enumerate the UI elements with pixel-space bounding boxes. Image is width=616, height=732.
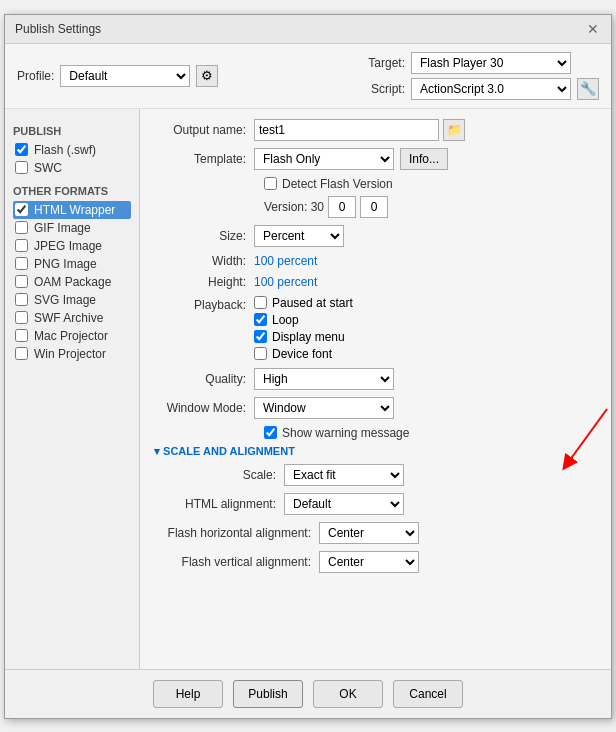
sidebar-item-flash-swf[interactable]: Flash (.swf) <box>13 141 131 159</box>
folder-button[interactable]: 📁 <box>443 119 465 141</box>
playback-row: Playback: Paused at start Loop Display m… <box>154 296 597 361</box>
window-mode-row: Window Mode: Window Transparent Windowle… <box>154 397 597 419</box>
scale-alignment-section[interactable]: SCALE AND ALIGNMENT <box>154 445 597 458</box>
detect-flash-checkbox[interactable] <box>264 177 277 190</box>
swc-label: SWC <box>34 161 62 175</box>
window-mode-label: Window Mode: <box>154 401 254 415</box>
profile-select[interactable]: Default <box>60 65 190 87</box>
title-bar: Publish Settings ✕ <box>5 15 611 44</box>
target-select[interactable]: Flash Player 30 <box>411 52 571 74</box>
html-wrapper-label: HTML Wrapper <box>34 203 115 217</box>
flash-vertical-label: Flash vertical alignment: <box>154 555 319 569</box>
size-select[interactable]: Percent Pixels Match movie <box>254 225 344 247</box>
swf-archive-label: SWF Archive <box>34 311 103 325</box>
svg-label: SVG Image <box>34 293 96 307</box>
wrench-button[interactable]: 🔧 <box>577 78 599 100</box>
flash-vertical-select[interactable]: Center Top Bottom <box>319 551 419 573</box>
size-row: Size: Percent Pixels Match movie <box>154 225 597 247</box>
mac-projector-checkbox[interactable] <box>15 329 28 342</box>
sidebar-item-html-wrapper[interactable]: HTML Wrapper <box>13 201 131 219</box>
script-row: Script: ActionScript 3.0 🔧 <box>361 78 599 100</box>
show-warning-checkbox[interactable] <box>264 426 277 439</box>
output-name-input[interactable] <box>254 119 439 141</box>
playback-label: Playback: <box>154 296 254 312</box>
flash-vertical-row: Flash vertical alignment: Center Top Bot… <box>154 551 597 573</box>
script-label: Script: <box>361 82 405 96</box>
template-select[interactable]: Flash Only <box>254 148 394 170</box>
loop-checkbox[interactable] <box>254 313 267 326</box>
sidebar-item-gif-image[interactable]: GIF Image <box>13 219 131 237</box>
swf-archive-checkbox[interactable] <box>15 311 28 324</box>
flash-horizontal-select[interactable]: Center Left Right <box>319 522 419 544</box>
sidebar-item-oam-package[interactable]: OAM Package <box>13 273 131 291</box>
win-projector-checkbox[interactable] <box>15 347 28 360</box>
sidebar-item-jpeg-image[interactable]: JPEG Image <box>13 237 131 255</box>
template-row: Template: Flash Only Info... <box>154 148 597 170</box>
footer: Help Publish OK Cancel <box>5 669 611 718</box>
display-menu-row: Display menu <box>254 330 353 344</box>
html-alignment-label: HTML alignment: <box>154 497 284 511</box>
oam-label: OAM Package <box>34 275 111 289</box>
sidebar-item-png-image[interactable]: PNG Image <box>13 255 131 273</box>
mac-projector-label: Mac Projector <box>34 329 108 343</box>
close-button[interactable]: ✕ <box>585 21 601 37</box>
output-name-row: Output name: 📁 <box>154 119 597 141</box>
paused-at-start-label: Paused at start <box>272 296 353 310</box>
target-row: Target: Flash Player 30 <box>361 52 599 74</box>
ok-button[interactable]: OK <box>313 680 383 708</box>
quality-row: Quality: High Medium Low <box>154 368 597 390</box>
quality-label: Quality: <box>154 372 254 386</box>
gif-image-label: GIF Image <box>34 221 91 235</box>
gif-image-checkbox[interactable] <box>15 221 28 234</box>
help-button[interactable]: Help <box>153 680 223 708</box>
html-wrapper-checkbox[interactable] <box>15 203 28 216</box>
detect-flash-row: Detect Flash Version <box>264 177 597 191</box>
png-image-checkbox[interactable] <box>15 257 28 270</box>
sidebar: PUBLISH Flash (.swf) SWC OTHER FORMATS H… <box>5 109 140 669</box>
publish-settings-dialog: Publish Settings ✕ Profile: Default ⚙ Ta… <box>4 14 612 719</box>
show-warning-label: Show warning message <box>282 426 409 440</box>
sidebar-item-swc[interactable]: SWC <box>13 159 131 177</box>
gear-button[interactable]: ⚙ <box>196 65 218 87</box>
right-panel: Output name: 📁 Template: Flash Only Info… <box>140 109 611 669</box>
oam-checkbox[interactable] <box>15 275 28 288</box>
width-row: Width: 100 percent <box>154 254 597 268</box>
swc-checkbox[interactable] <box>15 161 28 174</box>
scale-row: Scale: Exact fit No border Show all No s… <box>154 464 597 486</box>
dialog-title: Publish Settings <box>15 22 101 36</box>
width-label: Width: <box>154 254 254 268</box>
profile-row: Profile: Default ⚙ Target: Flash Player … <box>5 44 611 109</box>
info-button[interactable]: Info... <box>400 148 448 170</box>
sidebar-item-win-projector[interactable]: Win Projector <box>13 345 131 363</box>
svg-checkbox[interactable] <box>15 293 28 306</box>
version-patch-input[interactable] <box>360 196 388 218</box>
flash-swf-label: Flash (.swf) <box>34 143 96 157</box>
jpeg-image-checkbox[interactable] <box>15 239 28 252</box>
paused-at-start-checkbox[interactable] <box>254 296 267 309</box>
version-row: Version: 30 <box>154 196 597 218</box>
quality-select[interactable]: High Medium Low <box>254 368 394 390</box>
display-menu-checkbox[interactable] <box>254 330 267 343</box>
display-menu-label: Display menu <box>272 330 345 344</box>
device-font-row: Device font <box>254 347 353 361</box>
window-mode-select[interactable]: Window Transparent Windowless Opaque Win… <box>254 397 394 419</box>
sidebar-item-mac-projector[interactable]: Mac Projector <box>13 327 131 345</box>
script-select[interactable]: ActionScript 3.0 <box>411 78 571 100</box>
output-name-label: Output name: <box>154 123 254 137</box>
height-label: Height: <box>154 275 254 289</box>
scale-select[interactable]: Exact fit No border Show all No scale <box>284 464 404 486</box>
win-projector-label: Win Projector <box>34 347 106 361</box>
flash-horizontal-row: Flash horizontal alignment: Center Left … <box>154 522 597 544</box>
version-minor-input[interactable] <box>328 196 356 218</box>
loop-label: Loop <box>272 313 299 327</box>
html-alignment-select[interactable]: Default Left Right Top Bottom <box>284 493 404 515</box>
sidebar-item-svg-image[interactable]: SVG Image <box>13 291 131 309</box>
detect-flash-label: Detect Flash Version <box>282 177 393 191</box>
show-warning-row: Show warning message <box>264 426 597 440</box>
device-font-checkbox[interactable] <box>254 347 267 360</box>
cancel-button[interactable]: Cancel <box>393 680 463 708</box>
sidebar-item-swf-archive[interactable]: SWF Archive <box>13 309 131 327</box>
flash-swf-checkbox[interactable] <box>15 143 28 156</box>
publish-button[interactable]: Publish <box>233 680 303 708</box>
profile-label: Profile: <box>17 69 54 83</box>
